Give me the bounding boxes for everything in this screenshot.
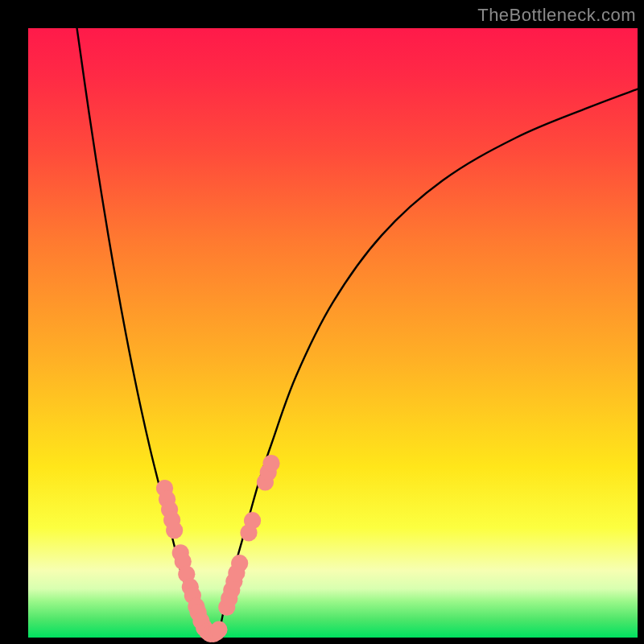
chart-frame: TheBottleneck.com [0, 0, 644, 644]
chart-svg [28, 28, 638, 638]
curve-lines [77, 28, 638, 635]
curve-marker [244, 512, 261, 529]
curve-marker [231, 555, 248, 572]
bottleneck-curve [77, 28, 638, 635]
curve-marker [262, 455, 279, 472]
curve-marker [166, 522, 183, 539]
curve-marker [210, 621, 227, 638]
plot-area [28, 28, 638, 638]
curve-markers [156, 455, 280, 642]
watermark-text: TheBottleneck.com [477, 5, 636, 26]
